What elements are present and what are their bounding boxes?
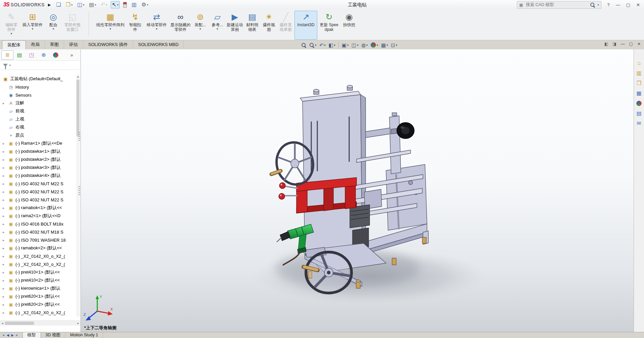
expand-arrow-icon[interactable]: ▸: [3, 303, 8, 306]
scroll-up-icon[interactable]: ▲: [76, 75, 80, 79]
expand-arrow-icon[interactable]: ▸: [3, 222, 8, 226]
custom-properties-tab[interactable]: ▤: [634, 108, 644, 118]
maximize-button[interactable]: ▢: [625, 2, 632, 7]
exploded-view-button[interactable]: ✴爆炸视图: [261, 11, 277, 40]
new-document-button[interactable]: ❏: [55, 1, 62, 8]
scroll-thumb[interactable]: [76, 80, 79, 137]
zoom-fit-button[interactable]: [301, 43, 306, 48]
doc-restore-button[interactable]: ▢: [629, 41, 633, 46]
component-preview-button[interactable]: ◱零部件预览窗口: [62, 11, 83, 40]
file-properties-button[interactable]: ▥: [130, 1, 138, 8]
expand-arrow-icon[interactable]: ▸: [3, 150, 8, 153]
tab-solidworks-mbd[interactable]: SOLIDWORKS MBD: [133, 40, 184, 49]
tree-horizontal-scrollbar[interactable]: ◂ ▸: [0, 321, 80, 326]
expand-arrow-icon[interactable]: ▸: [3, 158, 8, 161]
tree-item[interactable]: ▱右视: [0, 123, 76, 131]
tree-item[interactable]: ◉Sensors: [0, 91, 76, 99]
expand-arrow-icon[interactable]: ▸: [3, 262, 8, 266]
bill-of-materials-button[interactable]: ▤材料明细表: [244, 11, 260, 40]
update-speedpak-button[interactable]: ↻更新 Speedpak: [318, 11, 340, 40]
hide-show-items-button[interactable]: ◍▾: [361, 43, 368, 48]
tree-item[interactable]: ▸▣(-) pret410<2> (默认<<: [0, 276, 76, 284]
tree-item[interactable]: ▸▣(-) _X2_0142_X0_o_X2_(: [0, 260, 76, 268]
expand-arrow-icon[interactable]: ▸: [3, 190, 8, 194]
tree-item[interactable]: ▸▣(-) _X2_0142_X0_o_X2_(: [0, 252, 76, 260]
expand-arrow-icon[interactable]: ▸: [3, 311, 8, 315]
tree-item[interactable]: ▸▣(-) _X2_0142_X0_o_X2_(: [0, 308, 76, 317]
expand-arrow-icon[interactable]: ▸: [3, 230, 8, 234]
tab-sketch[interactable]: 草图: [45, 40, 64, 49]
propertymanager-tab[interactable]: ▤: [13, 50, 25, 60]
expand-arrow-icon[interactable]: ▸: [3, 254, 8, 258]
take-snapshot-button[interactable]: ◉拍快照: [341, 11, 358, 40]
displaymanager-tab[interactable]: [50, 50, 62, 60]
explode-line-sketch-button[interactable]: ╱爆炸直线草图: [278, 11, 294, 40]
expand-arrow-icon[interactable]: ▸: [3, 238, 8, 242]
display-style-button[interactable]: ◫▾: [352, 43, 358, 48]
view-orientation-button[interactable]: ▣▾: [342, 43, 348, 48]
save-button[interactable]: ◫▾: [76, 1, 86, 8]
expand-arrow-icon[interactable]: ▸: [3, 142, 8, 145]
rebuild-button[interactable]: [122, 1, 128, 9]
tree-item[interactable]: +原点: [0, 131, 76, 139]
doc-pane-split-left-button[interactable]: ◧: [604, 41, 608, 46]
view-palette-tab[interactable]: ▦: [634, 88, 644, 98]
tree-item[interactable]: ▸▣(-) ISO 4032 NUT M22 S: [0, 188, 76, 196]
undo-button[interactable]: ↶▾: [99, 1, 108, 8]
tree-item[interactable]: ▸▣(-) pret410<1> (默认<<: [0, 268, 76, 276]
appearances-tab[interactable]: [634, 98, 644, 108]
expand-arrow-icon[interactable]: ▸: [3, 271, 8, 274]
tree-item[interactable]: ▸▣(-) ISO 4032 NUT M22 S: [0, 196, 76, 204]
show-hidden-components-button[interactable]: ∞显示隐藏的零部件: [170, 11, 191, 40]
tab-evaluate[interactable]: 评估: [64, 40, 83, 49]
expand-arrow-icon[interactable]: ▸: [3, 101, 8, 105]
tree-item[interactable]: ▸▣(-) ramabok<1> (默认<<: [0, 204, 76, 212]
tree-item[interactable]: ▸▣(-) pret620<2> (默认<<: [0, 300, 76, 308]
panel-splitter-grip[interactable]: [78, 132, 80, 141]
search-caret-icon[interactable]: ▾: [598, 3, 599, 6]
mate-button[interactable]: ◎配合▼: [45, 11, 61, 40]
search-magnifier-icon[interactable]: [590, 2, 595, 7]
tab-assembly[interactable]: 装配体: [2, 40, 26, 49]
tree-item[interactable]: ▸▣(-) podstawka<4> (默认: [0, 172, 76, 180]
instant3d-button[interactable]: ↗Instant3D: [294, 11, 317, 40]
expand-panel-tab[interactable]: »: [66, 50, 78, 60]
skip-to-end-button[interactable]: »: [16, 334, 18, 337]
tree-item[interactable]: ▱前视: [0, 107, 76, 115]
design-library-tab[interactable]: ▥: [634, 68, 644, 78]
filter-caret-icon[interactable]: ▾: [9, 64, 11, 67]
options-button[interactable]: ⚙▾: [140, 1, 149, 8]
tab-model[interactable]: 模型: [22, 332, 41, 338]
expand-arrow-icon[interactable]: ▸: [3, 246, 8, 250]
step-back-button[interactable]: ◀: [7, 334, 9, 337]
filter-funnel-icon[interactable]: [3, 64, 8, 67]
linear-pattern-button[interactable]: ▦线性零部件阵列▼: [95, 11, 126, 40]
tree-item[interactable]: ▸▣(-) Rama<1> (默认<<De: [0, 139, 76, 147]
scroll-left-icon[interactable]: ◂: [0, 322, 5, 325]
smart-fasteners-button[interactable]: ↯智能扣件: [127, 11, 144, 40]
configurationmanager-tab[interactable]: ◳: [25, 50, 38, 60]
expand-arrow-icon[interactable]: ▸: [3, 198, 8, 202]
help-button[interactable]: ?: [606, 2, 611, 7]
featuremanager-tab[interactable]: ≣: [1, 50, 13, 60]
tree-item[interactable]: ▸▣(-) ramabok<2> (默认<<: [0, 244, 76, 252]
tree-item[interactable]: ▸▣(-) podstawka<3> (默认: [0, 163, 76, 172]
reference-geometry-button[interactable]: ▱参考...▼: [209, 11, 225, 40]
step-forward-button[interactable]: ▶: [11, 334, 14, 337]
edit-component-button[interactable]: ✎编辑零部件▼: [3, 11, 20, 40]
toolbar-flyout-arrow-icon[interactable]: ▶: [48, 3, 51, 7]
tree-item[interactable]: ▸▣(-) ISO 4032 NUT M22 S: [0, 180, 76, 188]
expand-arrow-icon[interactable]: ▸: [3, 214, 8, 218]
edit-appearance-button[interactable]: ▾: [371, 42, 378, 48]
file-explorer-tab[interactable]: ❒: [634, 78, 644, 88]
expand-arrow-icon[interactable]: ▸: [3, 182, 8, 186]
tree-item[interactable]: ▸▣(-) ISO 4032 NUT M18 S: [0, 228, 76, 236]
expand-arrow-icon[interactable]: ▸: [3, 295, 8, 298]
assembly-features-button[interactable]: ⊚装配...▼: [192, 11, 209, 40]
search-input[interactable]: [525, 2, 588, 7]
doc-minimize-button[interactable]: —: [621, 41, 625, 46]
search-box[interactable]: ▣ ▾: [517, 1, 601, 9]
tab-3d-views[interactable]: 3D 视图: [41, 332, 65, 338]
doc-close-button[interactable]: ✕: [637, 41, 641, 46]
tree-filter-row[interactable]: ▾: [0, 61, 80, 70]
